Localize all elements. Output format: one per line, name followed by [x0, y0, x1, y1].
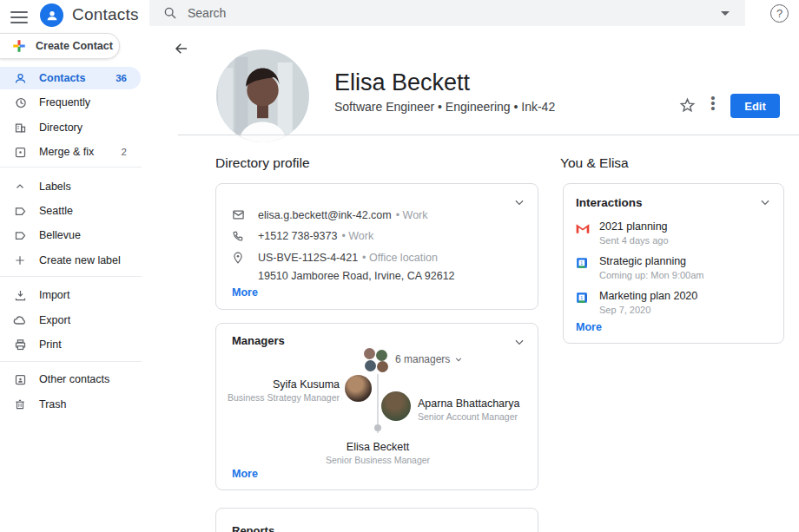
printer-icon: [13, 338, 27, 351]
manager-name[interactable]: Aparna Bhattacharya: [418, 397, 519, 410]
edit-button[interactable]: Edit: [730, 94, 780, 118]
phone-value: +1512 738-9373: [258, 230, 337, 242]
avatar: [365, 360, 376, 371]
avatar: [364, 348, 375, 359]
calendar-icon: 1: [576, 255, 591, 280]
collapse-chevron-icon[interactable]: [513, 336, 525, 351]
phone-row[interactable]: +1512 738-9373 • Work: [232, 230, 373, 242]
reports-card-title: Reports: [232, 524, 274, 532]
sidebar-divider: [0, 167, 142, 167]
sidebar-label-bellevue[interactable]: Bellevue: [0, 224, 141, 246]
sidebar-divider: [0, 361, 142, 362]
contacts-app-logo-icon[interactable]: [40, 3, 63, 27]
svg-text:1: 1: [580, 295, 583, 300]
phone-type: • Work: [341, 230, 373, 242]
app-title: Contacts: [72, 5, 139, 24]
sidebar-label-seattle[interactable]: Seattle: [0, 200, 141, 222]
chevron-up-icon: [13, 181, 27, 192]
manager-name[interactable]: Elisa Beckett: [291, 441, 465, 453]
interaction-item[interactable]: 2021 planning Sent 4 days ago: [576, 220, 669, 246]
email-type: • Work: [396, 209, 428, 221]
label-tag-icon: [13, 229, 27, 242]
sidebar-item-contacts[interactable]: Contacts 36: [0, 67, 141, 89]
search-bar[interactable]: [149, 0, 745, 26]
history-clock-icon: [13, 96, 27, 109]
create-contact-button[interactable]: Create Contact: [0, 33, 120, 59]
interaction-title: 2021 planning: [599, 220, 669, 233]
phone-icon: [232, 230, 246, 242]
contact-detail-panel: Elisa Beckett Software Engineer • Engine…: [152, 31, 799, 532]
email-value: elisa.g.beckett@ink-42.com: [258, 209, 392, 221]
avatar: [377, 361, 388, 372]
org-chart-node-dot: [374, 424, 381, 431]
star-icon[interactable]: [679, 97, 696, 117]
you-and-elisa-title: You & Elisa: [560, 155, 629, 171]
sidebar-item-directory[interactable]: Directory: [0, 116, 141, 139]
sidebar-item-import[interactable]: Import: [0, 284, 141, 306]
search-options-caret-icon[interactable]: [721, 11, 730, 16]
interaction-item[interactable]: 1 Marketing plan 2020 Sep 7, 2020: [576, 290, 697, 315]
managers-count-dropdown[interactable]: 6 managers: [395, 353, 463, 365]
location-row[interactable]: US-BVE-112S-4-421 • Office location: [232, 252, 438, 264]
interaction-title: Strategic planning: [599, 255, 703, 267]
interaction-item[interactable]: 1 Strategic planning Coming up: Mon 9:00…: [576, 255, 703, 280]
chevron-down-icon: [454, 355, 463, 364]
manager-name[interactable]: Syifa Kusuma: [228, 378, 340, 391]
reports-card: Reports: [215, 508, 538, 532]
sidebar-item-export[interactable]: Export: [0, 309, 141, 332]
other-contacts-icon: [13, 373, 27, 386]
search-icon: [163, 6, 177, 20]
directory-more-link[interactable]: More: [232, 286, 258, 299]
avatar-syifa-kusuma[interactable]: [345, 375, 372, 402]
address-row: 19510 Jamboree Road, Irvine, CA 92612: [258, 270, 455, 282]
create-contact-label: Create Contact: [36, 40, 113, 52]
help-icon[interactable]: ?: [770, 4, 789, 23]
interaction-subtitle: Sent 4 days ago: [599, 235, 669, 246]
create-new-label-button[interactable]: Create new label: [0, 249, 141, 272]
back-arrow-icon[interactable]: [174, 41, 189, 60]
interactions-more-link[interactable]: More: [576, 321, 602, 333]
manager-elisa: Elisa Beckett Senior Business Manager: [291, 441, 465, 465]
sidebar-item-merge-fix[interactable]: Merge & fix 2: [0, 141, 141, 163]
label-tag-icon: [13, 205, 27, 218]
header-divider: [178, 135, 799, 135]
sidebar-item-frequently[interactable]: Frequently: [0, 91, 141, 114]
labels-section-header[interactable]: Labels: [0, 175, 141, 198]
sidebar-item-trash[interactable]: Trash: [0, 393, 141, 416]
main-menu-icon[interactable]: [10, 8, 28, 23]
managers-avatar-cluster: [364, 348, 388, 372]
directory-profile-title: Directory profile: [215, 155, 310, 171]
avatar-aparna-bhattacharya[interactable]: [381, 391, 411, 421]
contact-subtitle: Software Engineer • Engineering • Ink-42: [334, 100, 555, 114]
trash-icon: [13, 398, 27, 410]
collapse-chevron-icon[interactable]: [759, 196, 771, 212]
person-icon: [13, 72, 27, 85]
managers-more-link[interactable]: More: [232, 468, 258, 480]
manager-role: Senior Business Manager: [291, 455, 465, 465]
manager-role: Senior Account Manager: [418, 411, 519, 422]
cloud-export-icon: [13, 313, 27, 327]
search-input[interactable]: [188, 6, 721, 20]
location-pin-icon: [232, 252, 246, 264]
svg-text:1: 1: [580, 260, 583, 266]
managers-card: Managers 6 managers Syifa Kusuma Busines…: [215, 323, 538, 490]
sidebar-item-print[interactable]: Print: [0, 333, 141, 356]
interactions-card-title: Interactions: [576, 196, 643, 209]
location-type: • Office location: [362, 252, 438, 264]
contact-avatar: [216, 49, 309, 142]
interaction-subtitle: Sep 7, 2020: [599, 305, 697, 315]
person-icon: [45, 9, 59, 23]
address-value: 19510 Jamboree Road, Irvine, CA 92612: [258, 270, 455, 282]
sidebar-divider: [0, 276, 142, 277]
interaction-title: Marketing plan 2020: [599, 290, 697, 302]
collapse-chevron-icon[interactable]: [513, 196, 525, 212]
sidebar-item-other-contacts[interactable]: Other contacts: [0, 368, 141, 391]
interaction-subtitle: Coming up: Mon 9:00am: [599, 270, 703, 280]
manager-aparna: Aparna Bhattacharya Senior Account Manag…: [418, 397, 519, 422]
contact-name: Elisa Beckett: [334, 69, 470, 96]
merge-fix-icon: [13, 146, 27, 159]
email-row[interactable]: elisa.g.beckett@ink-42.com • Work: [232, 208, 428, 221]
more-options-icon[interactable]: •••: [706, 95, 720, 111]
directory-profile-card: elisa.g.beckett@ink-42.com • Work +1512 …: [215, 183, 538, 310]
manager-syifa: Syifa Kusuma Business Strategy Manager: [228, 378, 340, 403]
